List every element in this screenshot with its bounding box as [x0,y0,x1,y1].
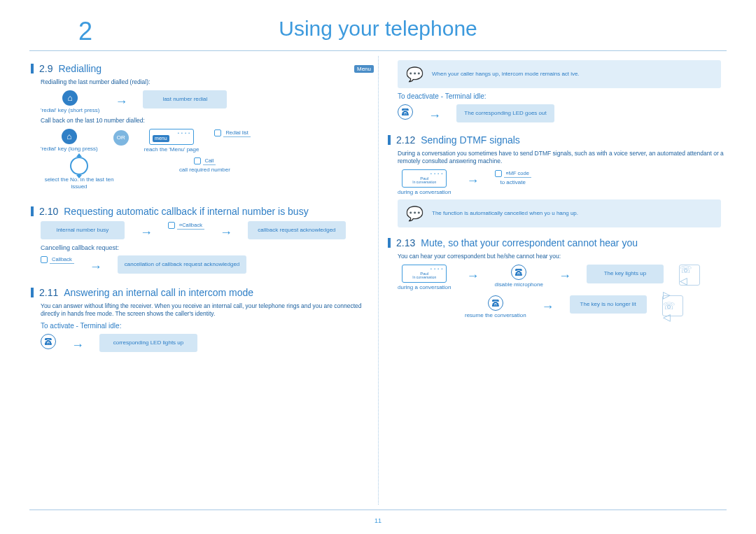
callback-cancel-softkey: Callback [41,255,74,264]
during-conv-caption: during a conversation [398,284,451,291]
section-num: 2.11 [39,287,58,298]
call-caption: call required number [179,167,230,174]
redial-key-caption: 'redial' key (short press) [41,107,99,114]
left-column: 2.9 Redialling Menu Redialling the last … [31,56,374,512]
section-title: Redialling [58,63,101,74]
section-title: Answering an internal call in intercom m… [64,287,253,298]
arrow-icon: → [542,300,554,314]
arrow-icon: → [140,225,153,240]
phone-screen: • • • • Paul In conversation [402,169,447,188]
arrow-icon: → [559,269,571,283]
speech-bubble-icon: 💬 [406,205,424,222]
handset-indicator: ☏ ◁ [679,265,700,286]
mute-key-icon: 🕿 [398,104,413,120]
or-badge: OR [113,130,129,146]
busy-stub: internal number busy [41,221,125,239]
arrow-icon: → [467,174,479,188]
section-title: Sending DTMF signals [421,134,520,146]
column-divider [378,56,379,505]
redial-long-caption: 'redial' key (long press) [41,146,98,153]
dtmf-body: During a conversation you sometimes have… [398,150,731,165]
section-2-9-head: 2.9 Redialling Menu [31,63,374,74]
redial-key-icon: ⌂ [62,129,77,144]
section-title: Requesting automatic callback if interna… [64,206,308,217]
mute-key-icon: 🕿 [41,334,56,349]
mute-key-icon: 🕿 [488,295,503,311]
redial-list-softkey: Redial list [214,129,251,137]
section-2-11-head: 2.11 Answering an internal call in inter… [31,287,374,298]
divider-bottom [29,510,727,510]
redial-intro: Redialling the last number dialled (redi… [41,78,374,86]
intercom-body: You can answer without lifting the recei… [41,302,374,318]
mute-key-icon: 🕿 [511,265,526,280]
handset-indicator: ▷ ☏ ◁ [662,295,683,316]
intercom-hint: 💬 When your caller hangs up, intercom mo… [398,60,721,88]
led-on-stub: corresponding LED lights up [99,334,197,352]
speech-bubble-icon: 💬 [406,66,424,83]
navigator-icon [70,157,88,175]
cancel-ack-stub: cancellation of callback request acknowl… [118,255,247,274]
section-2-10-head: 2.10 Requesting automatic callback if in… [31,206,374,217]
dtmf-hint: 💬 The function is automatically cancelle… [398,199,721,227]
call-softkey: Call [194,157,216,165]
cancel-callback-sub: Cancelling callback request: [41,244,374,251]
hint-text: The function is automatically cancelled … [432,210,578,217]
deactivate-sub: To deactivate - Terminal idle: [398,92,731,100]
section-2-13-head: 2.13 Mute, so that your correspondent ca… [388,237,731,248]
arrow-icon: → [71,338,84,353]
arrow-icon: → [467,269,479,283]
key-lights-stub: The key lights up [587,265,664,283]
redial-key-icon: ⌂ [62,90,78,106]
phone-screen: • • • • Paul In conversation [402,265,447,283]
during-conv-caption: during a conversation [398,189,451,196]
callback-ack-stub: callback request acknowledged [248,221,346,239]
arrow-icon: → [90,260,102,274]
divider-top [29,50,727,51]
disable-mic-caption: disable microphone [495,281,543,288]
arrow-icon: → [428,108,441,123]
led-off-stub: The corresponding LED goes out [456,104,554,122]
callback-softkey: ¤Callback [168,221,204,230]
last-number-stub: last number redial [143,90,227,108]
resume-caption: resume the conversation [465,312,526,319]
key-off-stub: The key is no longer lit [570,295,647,314]
section-num: 2.9 [39,63,52,74]
activate-sub: To activate - Terminal idle: [41,322,374,330]
menu-caption: reach the 'Menu' page [144,146,200,153]
section-num: 2.13 [396,237,415,248]
menu-screen: • • • • menu [149,129,194,145]
right-column: 💬 When your caller hangs up, intercom mo… [388,56,731,512]
mute-body: You can hear your correspondent but he/s… [398,253,731,260]
menu-badge: Menu [354,65,374,73]
section-num: 2.10 [39,206,58,217]
section-title: Mute, so that your correspondent cannot … [421,237,638,248]
callback-10-intro: Call back on the last 10 number dialled: [41,117,374,125]
arrow-icon: → [115,94,127,109]
chapter-title: Using your telephone [0,17,756,41]
arrow-icon: → [220,225,232,240]
hint-text: When your caller hangs up, intercom mode… [432,71,580,78]
mf-code-softkey: ¤MF code [495,169,531,178]
activate-caption: to activate [500,179,525,186]
section-2-12-head: 2.12 Sending DTMF signals [388,134,731,146]
section-num: 2.12 [396,134,415,146]
page-number: 11 [0,517,756,524]
